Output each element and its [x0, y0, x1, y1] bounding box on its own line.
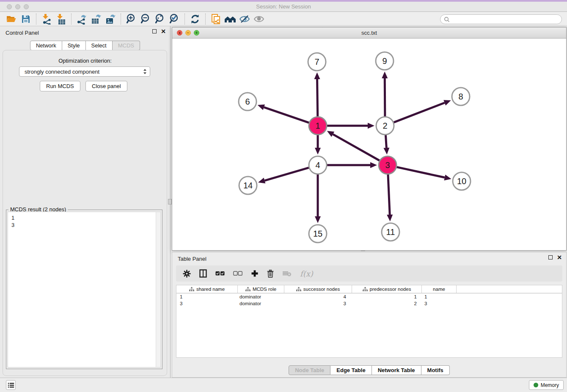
search-input[interactable]: [450, 16, 561, 23]
cell-successor-nodes[interactable]: 4: [284, 294, 352, 299]
tab-select[interactable]: Select: [86, 41, 113, 50]
deselect-all-button[interactable]: [233, 271, 242, 276]
search-icon: [444, 17, 450, 22]
graph-edge-3-10[interactable]: [396, 167, 444, 178]
task-history-button[interactable]: [6, 380, 16, 390]
cell-successor-nodes[interactable]: 3: [284, 301, 352, 306]
float-table-panel-icon[interactable]: [548, 255, 553, 259]
function-builder-button-disabled: f(x): [300, 269, 313, 278]
zoom-fit-button[interactable]: [153, 13, 167, 25]
export-network-button[interactable]: [74, 13, 89, 25]
zoom-selected-button[interactable]: [167, 13, 182, 25]
run-mcds-button[interactable]: Run MCDS: [40, 81, 80, 91]
graph-edge-2-9[interactable]: [385, 78, 385, 116]
memory-button[interactable]: Memory: [529, 380, 564, 390]
cell-name[interactable]: 3: [422, 301, 457, 306]
toolbar-separator: [36, 14, 36, 25]
toolbar-separator: [184, 14, 185, 25]
column-header-successor-nodes[interactable]: successor nodes: [284, 285, 352, 293]
column-header-mcds-role[interactable]: MCDS role: [238, 285, 284, 293]
open-session-button[interactable]: [4, 13, 19, 25]
graph-edge-1-7[interactable]: [317, 79, 318, 116]
app-titlebar: Session: New Session: [0, 2, 567, 12]
close-table-panel-icon[interactable]: ✕: [557, 255, 562, 259]
cell-predecessor-nodes[interactable]: 1: [352, 294, 422, 299]
column-label: successor nodes: [303, 287, 340, 292]
zoom-in-button[interactable]: [124, 13, 138, 25]
column-header-shared-name[interactable]: shared name: [176, 285, 238, 293]
home-overview-button[interactable]: [223, 13, 237, 25]
main-toolbar: [0, 12, 567, 26]
import-network-icon: [41, 14, 52, 25]
save-session-button[interactable]: [19, 13, 33, 25]
result-scrollbar[interactable]: [156, 212, 160, 367]
table-row[interactable]: 1 dominator 4 1 1: [176, 293, 562, 300]
import-network-button[interactable]: [39, 13, 54, 25]
graph-edge-arrowhead: [315, 148, 321, 155]
table-tabbar: Node Table Edge Table Network Table Moti…: [289, 365, 450, 375]
tab-edge-table[interactable]: Edge Table: [330, 365, 372, 375]
table-settings-button[interactable]: [183, 270, 191, 278]
graph-edge-4-14[interactable]: [264, 168, 309, 180]
column-header-predecessor-nodes[interactable]: predecessor nodes: [352, 285, 422, 293]
gear-icon: [183, 270, 191, 278]
show-details-button[interactable]: [252, 13, 266, 25]
control-panel: Control Panel ✕ Network Style Select MCD…: [0, 26, 171, 378]
graph-edge-1-6[interactable]: [264, 107, 309, 123]
selected-criterion: strongly connected component: [25, 69, 143, 75]
delete-column-button[interactable]: [267, 270, 274, 278]
add-column-button[interactable]: [251, 270, 259, 277]
graph-edge-arrowhead: [382, 72, 388, 78]
vertical-splitter-handle[interactable]: [168, 199, 172, 204]
zoom-fit-icon: [154, 14, 165, 25]
toolbar-separator: [121, 14, 121, 25]
tab-motifs[interactable]: Motifs: [421, 365, 450, 375]
tab-style[interactable]: Style: [62, 41, 86, 50]
cell-mcds-role[interactable]: dominator: [238, 301, 284, 306]
duplicate-network-button[interactable]: [209, 13, 223, 25]
tab-network-table[interactable]: Network Table: [372, 365, 421, 375]
list-icon: [8, 382, 14, 388]
cell-mcds-role[interactable]: dominator: [238, 294, 284, 299]
column-header-name[interactable]: name: [422, 285, 457, 293]
zoom-in-icon: [126, 14, 137, 25]
control-panel-header: Control Panel ✕: [0, 26, 170, 39]
columns-icon: [199, 269, 207, 278]
optimization-criterion-select[interactable]: strongly connected component: [19, 66, 150, 77]
select-all-button[interactable]: [215, 271, 225, 276]
close-panel-icon[interactable]: ✕: [161, 29, 166, 33]
network-canvas[interactable]: 7968124314101511: [172, 39, 566, 250]
show-columns-button[interactable]: [199, 269, 207, 278]
tab-network[interactable]: Network: [30, 41, 62, 50]
network-graph[interactable]: 7968124314101511: [172, 39, 566, 251]
cell-shared-name[interactable]: 1: [176, 294, 238, 299]
cell-shared-name[interactable]: 3: [176, 301, 238, 306]
float-panel-icon[interactable]: [152, 29, 157, 33]
search-field[interactable]: [440, 14, 562, 24]
tab-mcds[interactable]: MCDS: [113, 41, 140, 50]
graph-edge-2-8[interactable]: [394, 103, 445, 122]
node-table[interactable]: shared name MCDS role successor nodes pr…: [176, 285, 562, 358]
network-window-title: scc.txt: [172, 28, 566, 39]
tab-node-table[interactable]: Node Table: [289, 365, 330, 375]
column-label: name: [433, 287, 445, 292]
network-window-titlebar[interactable]: x − + scc.txt: [172, 28, 566, 39]
zoom-out-button[interactable]: [138, 13, 153, 25]
plus-icon: [251, 270, 259, 277]
cell-name[interactable]: 1: [422, 294, 457, 299]
hide-details-button[interactable]: [237, 13, 252, 25]
graph-edge-3-11[interactable]: [388, 174, 390, 215]
mcds-result-textarea[interactable]: 1 3: [8, 212, 161, 367]
cell-predecessor-nodes[interactable]: 2: [352, 301, 422, 306]
graph-edge-arrowhead: [443, 100, 451, 105]
close-panel-button[interactable]: Close panel: [85, 81, 127, 91]
graph-edge-2-3[interactable]: [385, 135, 386, 148]
refresh-layout-button[interactable]: [188, 13, 202, 25]
export-table-button[interactable]: [89, 13, 103, 25]
export-image-button[interactable]: [103, 13, 118, 25]
graph-node-label: 4: [315, 160, 320, 170]
table-row[interactable]: 3 dominator 3 2 3: [176, 300, 562, 307]
table-panel-header: Table Panel ✕: [172, 252, 566, 265]
graph-edge-3-1[interactable]: [333, 134, 380, 160]
import-table-button[interactable]: [54, 13, 68, 25]
